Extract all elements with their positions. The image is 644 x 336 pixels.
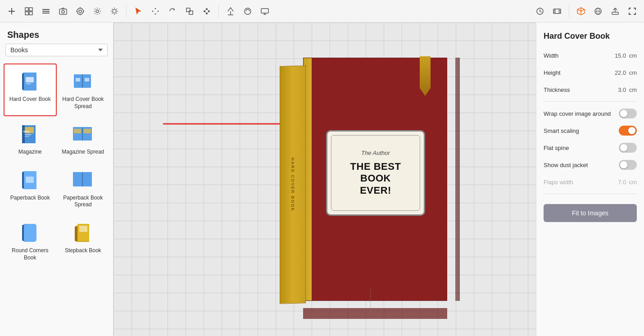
svg-rect-62: [76, 78, 80, 82]
svg-line-35: [207, 11, 209, 14]
shape-label-hard-cover-book: Hard Cover Book: [9, 96, 51, 103]
svg-line-25: [112, 13, 113, 14]
shape-hard-cover-book[interactable]: Hard Cover Book: [4, 64, 57, 116]
panel-title: Hard Cover Book: [544, 32, 637, 41]
book-container: HARD COVER BOOK The Author THE BEST BO: [240, 50, 500, 327]
svg-rect-68: [25, 136, 29, 137]
svg-rect-67: [25, 134, 31, 135]
svg-rect-7: [42, 11, 50, 12]
shape-label-paperback-spread: Paperback Book Spread: [61, 195, 105, 209]
settings-icon[interactable]: [90, 4, 104, 18]
svg-rect-3: [29, 8, 32, 11]
flaps-width-row: Flaps width 7.0 cm: [544, 177, 637, 187]
svg-rect-43: [553, 9, 561, 14]
smart-scaling-toggle[interactable]: [619, 126, 637, 136]
thickness-unit: cm: [629, 86, 637, 93]
shape-paperback-book-spread[interactable]: Paperback Book Spread: [57, 162, 110, 215]
thickness-row: Thickness 3.0 cm: [544, 84, 637, 95]
clock-icon[interactable]: [533, 4, 547, 18]
book-author: The Author: [361, 150, 390, 156]
rotate-icon[interactable]: [165, 4, 180, 18]
move-icon[interactable]: [148, 4, 163, 18]
svg-line-33: [204, 9, 207, 11]
svg-rect-58: [26, 83, 31, 84]
shape-magazine-spread[interactable]: Magazine Spread: [57, 116, 110, 162]
svg-rect-8: [42, 13, 50, 14]
category-dropdown[interactable]: Books: [5, 44, 108, 56]
height-label: Height: [544, 69, 561, 76]
paperback-book-spread-icon: [71, 168, 95, 192]
shape-label-stepback-book: Stepback Book: [65, 247, 101, 254]
flat-spine-row: Flat spine: [544, 142, 637, 153]
width-label: Width: [544, 52, 558, 59]
height-unit: cm: [629, 69, 637, 76]
svg-rect-88: [79, 226, 87, 232]
main-area: Shapes Books Hard Cover Book: [0, 23, 644, 336]
shape-label-hc-spread: Hard Cover Book Spread: [61, 96, 105, 110]
svg-point-18: [113, 9, 116, 13]
flaps-width-value: 7.0: [618, 179, 626, 186]
circle-view-icon[interactable]: [240, 4, 255, 18]
svg-rect-79: [73, 172, 82, 186]
svg-rect-65: [22, 125, 25, 143]
shape-stepback-book[interactable]: Stepback Book: [57, 215, 110, 268]
points-icon[interactable]: [200, 4, 214, 18]
smart-scaling-row: Smart scaling: [544, 125, 637, 136]
svg-line-23: [112, 9, 113, 9]
flat-spine-toggle[interactable]: [619, 143, 637, 153]
cube-icon[interactable]: [574, 4, 588, 18]
svg-rect-9: [59, 9, 67, 14]
shape-label-magazine-spread: Magazine Spread: [62, 149, 104, 156]
grid-icon[interactable]: [22, 4, 36, 18]
fit-to-images-button[interactable]: Fit to Images: [544, 204, 637, 222]
add-icon[interactable]: [5, 4, 19, 18]
svg-rect-4: [25, 12, 28, 15]
book-spine: HARD COVER BOOK: [280, 65, 306, 304]
camera-icon[interactable]: [56, 4, 70, 18]
target-icon[interactable]: [73, 4, 87, 18]
shape-label-round-corners-book: Round Corners Book: [8, 247, 52, 261]
spine-text: HARD COVER BOOK: [290, 158, 295, 212]
svg-rect-46: [554, 10, 555, 11]
display-icon[interactable]: [258, 4, 272, 18]
book-label: The Author THE BEST BOOK EVER!: [326, 130, 425, 216]
scale-icon[interactable]: [182, 4, 197, 18]
svg-rect-6: [42, 9, 50, 10]
book-front-cover: The Author THE BEST BOOK EVER!: [303, 58, 447, 301]
menu-icon[interactable]: [39, 4, 53, 18]
svg-rect-86: [75, 227, 77, 241]
svg-point-38: [245, 8, 251, 14]
shape-paperback-book[interactable]: Paperback Book: [4, 162, 57, 215]
round-corners-book-icon: [18, 221, 42, 245]
svg-rect-27: [186, 8, 190, 12]
svg-rect-60: [82, 74, 83, 88]
hard-cover-book-icon: [18, 70, 42, 93]
svg-rect-80: [82, 172, 83, 186]
shape-hard-cover-book-spread[interactable]: Hard Cover Book Spread: [57, 64, 110, 116]
svg-rect-39: [261, 9, 268, 13]
layout-icon[interactable]: [223, 4, 238, 18]
select-icon[interactable]: [131, 4, 145, 18]
shape-magazine[interactable]: MAG Magazine: [4, 116, 57, 162]
svg-rect-81: [83, 172, 92, 186]
film-icon[interactable]: [550, 4, 564, 18]
web-icon[interactable]: [591, 4, 605, 18]
sun-icon[interactable]: [107, 4, 122, 18]
svg-point-12: [79, 10, 82, 13]
wrap-cover-toggle[interactable]: [619, 109, 637, 118]
svg-rect-74: [84, 129, 91, 133]
book-title: THE BEST BOOK EVER!: [336, 161, 415, 196]
book-3d-wrapper: HARD COVER BOOK The Author THE BEST BO: [280, 58, 460, 319]
export-icon[interactable]: [608, 4, 622, 18]
svg-rect-5: [29, 12, 32, 15]
canvas-area[interactable]: HARD COVER BOOK The Author THE BEST BO: [113, 23, 536, 336]
dust-jacket-label: Show dust jacket: [544, 162, 588, 168]
shape-round-corners-book[interactable]: Round Corners Book: [4, 215, 57, 268]
shapes-grid: Hard Cover Book Hard Cover Book Spread: [0, 62, 113, 269]
svg-rect-28: [189, 11, 193, 14]
paperback-book-icon: [18, 168, 42, 192]
dust-jacket-toggle[interactable]: [619, 160, 637, 170]
height-value: 22.0: [615, 69, 626, 76]
thickness-label: Thickness: [544, 86, 570, 93]
fullscreen-icon[interactable]: [625, 4, 639, 18]
